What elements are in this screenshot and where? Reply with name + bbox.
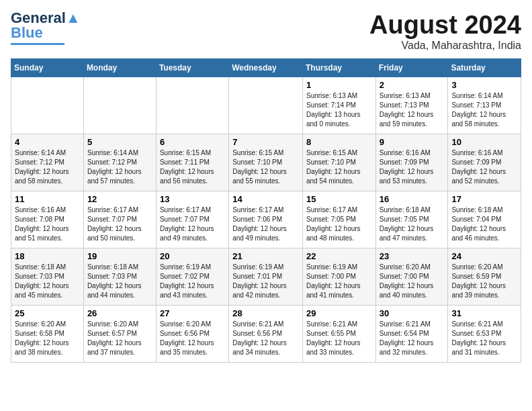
calendar-cell: 31Sunrise: 6:21 AM Sunset: 6:53 PM Dayli… [448, 306, 521, 363]
day-number: 12 [87, 194, 152, 204]
calendar-cell: 22Sunrise: 6:19 AM Sunset: 7:00 PM Dayli… [302, 248, 375, 306]
day-number: 23 [380, 251, 445, 261]
calendar-cell: 4Sunrise: 6:14 AM Sunset: 7:12 PM Daylig… [11, 134, 84, 191]
day-info: Sunrise: 6:17 AM Sunset: 7:06 PM Dayligh… [232, 205, 299, 243]
calendar-week-row: 4Sunrise: 6:14 AM Sunset: 7:12 PM Daylig… [11, 134, 521, 191]
day-number: 7 [232, 137, 299, 147]
day-info: Sunrise: 6:17 AM Sunset: 7:07 PM Dayligh… [160, 205, 225, 243]
day-number: 14 [232, 194, 299, 204]
day-number: 17 [451, 194, 517, 204]
day-number: 8 [306, 137, 372, 147]
day-info: Sunrise: 6:14 AM Sunset: 7:13 PM Dayligh… [451, 91, 517, 129]
day-number: 1 [306, 80, 372, 90]
calendar-cell [229, 77, 303, 134]
day-number: 2 [380, 80, 445, 90]
day-info: Sunrise: 6:19 AM Sunset: 7:01 PM Dayligh… [232, 263, 299, 300]
calendar-week-row: 11Sunrise: 6:16 AM Sunset: 7:08 PM Dayli… [11, 191, 521, 248]
day-info: Sunrise: 6:19 AM Sunset: 7:00 PM Dayligh… [306, 263, 372, 300]
calendar-cell: 13Sunrise: 6:17 AM Sunset: 7:07 PM Dayli… [156, 191, 228, 248]
logo-blue: Blue [11, 24, 43, 42]
day-number: 26 [87, 308, 152, 318]
day-info: Sunrise: 6:18 AM Sunset: 7:04 PM Dayligh… [451, 205, 517, 243]
calendar-cell: 12Sunrise: 6:17 AM Sunset: 7:07 PM Dayli… [83, 191, 156, 248]
weekday-header: Saturday [448, 59, 521, 77]
calendar-cell: 17Sunrise: 6:18 AM Sunset: 7:04 PM Dayli… [448, 191, 521, 248]
calendar-cell: 8Sunrise: 6:15 AM Sunset: 7:10 PM Daylig… [302, 134, 375, 191]
day-number: 21 [232, 251, 299, 261]
day-info: Sunrise: 6:16 AM Sunset: 7:09 PM Dayligh… [380, 148, 445, 186]
day-info: Sunrise: 6:15 AM Sunset: 7:10 PM Dayligh… [232, 148, 299, 186]
day-number: 27 [160, 308, 225, 318]
day-info: Sunrise: 6:21 AM Sunset: 6:54 PM Dayligh… [380, 320, 445, 357]
calendar-cell: 23Sunrise: 6:20 AM Sunset: 7:00 PM Dayli… [375, 248, 448, 306]
weekday-header: Sunday [11, 59, 84, 77]
month-title: August 2024 [369, 11, 521, 40]
day-number: 9 [380, 137, 445, 147]
title-area: August 2024 Vada, Maharashtra, India [369, 11, 521, 52]
day-info: Sunrise: 6:14 AM Sunset: 7:12 PM Dayligh… [87, 148, 152, 186]
day-info: Sunrise: 6:20 AM Sunset: 6:56 PM Dayligh… [160, 320, 225, 357]
calendar-cell: 19Sunrise: 6:18 AM Sunset: 7:03 PM Dayli… [83, 248, 156, 306]
weekday-header: Tuesday [156, 59, 228, 77]
day-info: Sunrise: 6:20 AM Sunset: 6:59 PM Dayligh… [451, 263, 517, 300]
calendar-cell: 30Sunrise: 6:21 AM Sunset: 6:54 PM Dayli… [375, 306, 448, 363]
day-info: Sunrise: 6:21 AM Sunset: 6:56 PM Dayligh… [232, 320, 299, 357]
day-info: Sunrise: 6:17 AM Sunset: 7:05 PM Dayligh… [306, 205, 372, 243]
calendar-cell: 27Sunrise: 6:20 AM Sunset: 6:56 PM Dayli… [156, 306, 228, 363]
calendar-cell: 9Sunrise: 6:16 AM Sunset: 7:09 PM Daylig… [375, 134, 448, 191]
calendar-cell: 25Sunrise: 6:20 AM Sunset: 6:58 PM Dayli… [11, 306, 84, 363]
calendar-cell: 1Sunrise: 6:13 AM Sunset: 7:14 PM Daylig… [302, 77, 375, 134]
day-info: Sunrise: 6:21 AM Sunset: 6:53 PM Dayligh… [451, 320, 517, 357]
calendar-cell: 14Sunrise: 6:17 AM Sunset: 7:06 PM Dayli… [229, 191, 303, 248]
day-info: Sunrise: 6:18 AM Sunset: 7:03 PM Dayligh… [15, 263, 80, 300]
weekday-header: Thursday [302, 59, 375, 77]
calendar-cell: 28Sunrise: 6:21 AM Sunset: 6:56 PM Dayli… [229, 306, 303, 363]
day-number: 18 [15, 251, 80, 261]
day-number: 20 [160, 251, 225, 261]
calendar-week-row: 18Sunrise: 6:18 AM Sunset: 7:03 PM Dayli… [11, 248, 521, 306]
day-info: Sunrise: 6:18 AM Sunset: 7:03 PM Dayligh… [87, 263, 152, 300]
day-number: 16 [380, 194, 445, 204]
calendar-cell: 20Sunrise: 6:19 AM Sunset: 7:02 PM Dayli… [156, 248, 228, 306]
day-info: Sunrise: 6:18 AM Sunset: 7:05 PM Dayligh… [380, 205, 445, 243]
day-info: Sunrise: 6:20 AM Sunset: 6:57 PM Dayligh… [87, 320, 152, 357]
logo-text: General▲ [11, 11, 81, 26]
day-info: Sunrise: 6:20 AM Sunset: 6:58 PM Dayligh… [15, 320, 80, 357]
calendar-cell: 5Sunrise: 6:14 AM Sunset: 7:12 PM Daylig… [83, 134, 156, 191]
day-info: Sunrise: 6:14 AM Sunset: 7:12 PM Dayligh… [15, 148, 80, 186]
logo-line [11, 43, 64, 45]
weekday-header-row: SundayMondayTuesdayWednesdayThursdayFrid… [11, 59, 521, 77]
page-header: General▲ Blue August 2024 Vada, Maharash… [11, 11, 521, 52]
day-number: 5 [87, 137, 152, 147]
calendar-cell: 21Sunrise: 6:19 AM Sunset: 7:01 PM Dayli… [229, 248, 303, 306]
calendar-cell [83, 77, 156, 134]
day-info: Sunrise: 6:19 AM Sunset: 7:02 PM Dayligh… [160, 263, 225, 300]
calendar-cell: 26Sunrise: 6:20 AM Sunset: 6:57 PM Dayli… [83, 306, 156, 363]
calendar-cell: 15Sunrise: 6:17 AM Sunset: 7:05 PM Dayli… [302, 191, 375, 248]
day-number: 28 [232, 308, 299, 318]
location: Vada, Maharashtra, India [369, 40, 521, 52]
logo: General▲ Blue [11, 11, 81, 45]
calendar-cell: 24Sunrise: 6:20 AM Sunset: 6:59 PM Dayli… [448, 248, 521, 306]
day-number: 29 [306, 308, 372, 318]
calendar-cell: 18Sunrise: 6:18 AM Sunset: 7:03 PM Dayli… [11, 248, 84, 306]
day-info: Sunrise: 6:16 AM Sunset: 7:09 PM Dayligh… [451, 148, 517, 186]
weekday-header: Wednesday [229, 59, 303, 77]
day-number: 15 [306, 194, 372, 204]
day-number: 4 [15, 137, 80, 147]
day-info: Sunrise: 6:17 AM Sunset: 7:07 PM Dayligh… [87, 205, 152, 243]
day-number: 3 [451, 80, 517, 90]
day-number: 19 [87, 251, 152, 261]
day-number: 30 [380, 308, 445, 318]
calendar-cell: 6Sunrise: 6:15 AM Sunset: 7:11 PM Daylig… [156, 134, 228, 191]
day-number: 22 [306, 251, 372, 261]
calendar-cell: 7Sunrise: 6:15 AM Sunset: 7:10 PM Daylig… [229, 134, 303, 191]
day-info: Sunrise: 6:13 AM Sunset: 7:14 PM Dayligh… [306, 91, 372, 129]
day-number: 6 [160, 137, 225, 147]
calendar-cell: 29Sunrise: 6:21 AM Sunset: 6:55 PM Dayli… [302, 306, 375, 363]
calendar-cell [11, 77, 84, 134]
day-number: 24 [451, 251, 517, 261]
calendar-week-row: 25Sunrise: 6:20 AM Sunset: 6:58 PM Dayli… [11, 306, 521, 363]
day-info: Sunrise: 6:21 AM Sunset: 6:55 PM Dayligh… [306, 320, 372, 357]
day-info: Sunrise: 6:13 AM Sunset: 7:13 PM Dayligh… [380, 91, 445, 129]
